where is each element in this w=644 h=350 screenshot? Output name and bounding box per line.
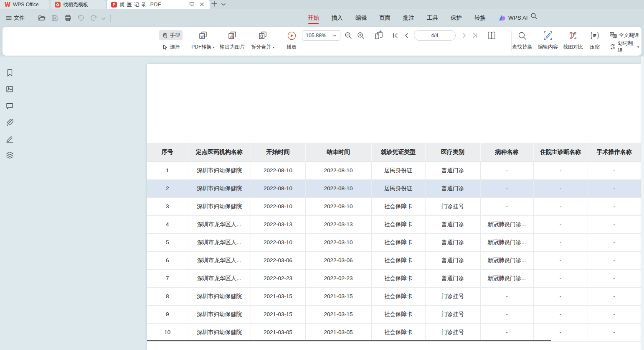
read-mode-icon[interactable] [485, 29, 498, 42]
open-file-icon[interactable] [37, 13, 47, 23]
table-cell: 深圳市龙华区人... [188, 215, 251, 233]
export-image-button[interactable]: 输出为图片 [218, 30, 247, 51]
save-icon[interactable] [50, 13, 60, 23]
find-replace-button[interactable]: 查找替换 [509, 30, 535, 51]
table-cell: 社会保障卡 [371, 215, 425, 233]
table-cell: 社会保障卡 [371, 197, 425, 215]
layers-icon[interactable] [5, 151, 14, 160]
document-tab-active[interactable]: P 就 医 记 录 .PDF [107, 0, 210, 9]
table-cell: 新冠肺炎门诊... [480, 215, 533, 233]
table-cell: 2021-03-15 [305, 287, 371, 305]
table-header-cell: 医疗类别 [425, 143, 480, 161]
table-cell: - [533, 287, 588, 305]
menu-tab-7[interactable]: 转换 [474, 12, 486, 24]
previous-page-icon[interactable] [401, 30, 412, 41]
new-tab-button[interactable] [211, 1, 217, 8]
table-cell: 普通门诊 [425, 233, 480, 251]
compress-button[interactable]: 压缩 [584, 30, 606, 51]
word-translate-button[interactable]: xA 划词翻译 ▾ [607, 42, 641, 52]
table-header-row: 序号定点医药机构名称开始时间结束时间就诊凭证类型医疗类别病种名称住院主诊断名称手… [147, 143, 641, 161]
split-merge-button[interactable]: 拆分合并 ▾ [248, 30, 277, 51]
hand-tool-button[interactable]: 手型 [159, 30, 183, 40]
tab-label: 找稻壳模板 [63, 1, 88, 8]
table-cell: 2022-03-06 [305, 251, 371, 269]
undo-history-chevron-icon[interactable] [101, 14, 106, 22]
thumbnails-icon[interactable] [5, 84, 14, 94]
table-cell: 2022-08-10 [305, 179, 371, 197]
table-cell: 2022-08-10 [305, 161, 371, 179]
first-page-icon[interactable] [390, 30, 401, 41]
next-page-icon[interactable] [459, 30, 469, 41]
undo-icon[interactable] [76, 13, 86, 23]
table-row: 3深圳市妇幼保健院2022-08-102022-08-10社会保障卡门诊挂号--… [147, 197, 641, 215]
play-button[interactable]: 播放 [278, 30, 305, 51]
table-row: 2深圳市妇幼保健院2022-08-102022-08-10居民身份证普通门诊--… [147, 179, 641, 197]
table-cell: 社会保障卡 [371, 323, 425, 341]
table-cell: 深圳市妇幼保健院 [188, 323, 251, 341]
close-tab-icon[interactable] [198, 2, 205, 8]
zoom-level-dropdown[interactable]: 105.88% [302, 30, 340, 41]
edit-content-icon [535, 30, 561, 41]
menu-tab-6[interactable]: 保护 [450, 12, 462, 24]
table-cell: 2021-03-05 [251, 323, 305, 341]
screenshot-compare-button[interactable]: 截图对比 [560, 30, 586, 51]
table-cell: 3 [147, 197, 188, 215]
table-cell: 社会保障卡 [371, 269, 425, 287]
table-cell: - [533, 197, 588, 215]
compress-icon [584, 30, 606, 41]
last-page-icon[interactable] [469, 30, 480, 41]
zoom-out-icon[interactable] [343, 30, 354, 41]
table-cell: 9 [147, 305, 188, 323]
table-cell: 2022-08-10 [251, 179, 305, 197]
table-cell: 2022-03-10 [251, 233, 305, 251]
pdf-convert-icon: W [188, 30, 218, 41]
search-icon[interactable] [530, 13, 538, 21]
table-cell: 深圳市龙华区人... [188, 251, 251, 269]
monitor-icon[interactable] [188, 1, 195, 8]
svg-text:W: W [200, 35, 204, 38]
redo-icon[interactable] [89, 13, 99, 23]
menu-tab-3[interactable]: 页面 [379, 12, 391, 24]
table-cell: 深圳市妇幼保健院 [188, 161, 251, 179]
edit-content-button[interactable]: 编辑内容 [535, 30, 561, 51]
menu-tab-2[interactable]: 编辑 [355, 12, 367, 24]
zoom-in-icon[interactable] [355, 30, 366, 41]
table-cell: 社会保障卡 [371, 287, 425, 305]
table-cell: 新冠肺炎门诊... [480, 269, 533, 287]
menu-tab-0[interactable]: 开始 [307, 12, 319, 24]
full-translate-button[interactable]: A 全文翻译 [607, 30, 641, 40]
pdf-page[interactable]: 序号定点医药机构名称开始时间结束时间就诊凭证类型医疗类别病种名称住院主诊断名称手… [147, 64, 641, 350]
page-indicator-input[interactable]: 4/4 [414, 30, 456, 41]
print-icon[interactable] [63, 13, 73, 23]
table-cell: - [533, 323, 588, 341]
file-menu-label: 文件 [14, 14, 25, 22]
table-cell: - [588, 251, 641, 269]
table-cell: 2 [147, 179, 188, 197]
table-cell: 社会保障卡 [371, 305, 425, 323]
wps-ai-button[interactable]: WPS AI [499, 9, 528, 26]
bookmark-icon[interactable] [5, 68, 14, 77]
document-canvas[interactable]: 序号定点医药机构名称开始时间结束时间就诊凭证类型医疗类别病种名称住院主诊断名称手… [19, 56, 644, 350]
app-tab-docer[interactable]: ✿ 找稻壳模板 [51, 0, 106, 9]
menu-tab-5[interactable]: 工具 [426, 12, 439, 24]
tab-list-chevron-icon[interactable] [221, 3, 226, 7]
table-row: 10深圳市妇幼保健院2021-03-052021-03-05社会保障卡门诊挂号-… [147, 323, 641, 341]
table-row: 1深圳市妇幼保健院2022-08-102022-08-10居民身份证普通门诊--… [147, 161, 641, 179]
wps-logo-icon [4, 2, 10, 8]
table-cell: - [480, 323, 533, 341]
menu-tab-1[interactable]: 插入 [331, 12, 343, 24]
comment-icon[interactable] [5, 101, 14, 110]
app-tab-wps-office[interactable]: WPS Office [0, 0, 49, 9]
rotate-pages-icon[interactable] [373, 29, 385, 42]
hand-icon [162, 32, 168, 38]
signature-icon[interactable] [5, 134, 14, 143]
export-image-icon [218, 30, 247, 41]
table-cell: - [480, 197, 533, 215]
file-menu-button[interactable]: 文件 [3, 13, 27, 23]
menu-tab-4[interactable]: 批注 [403, 12, 415, 24]
pdf-convert-button[interactable]: W PDF转换 ▾ [188, 30, 218, 51]
screenshot-compare-icon [560, 30, 586, 41]
attachment-icon[interactable] [5, 118, 14, 127]
vertical-scrollbar[interactable] [641, 56, 644, 350]
select-tool-button[interactable]: 选择 [159, 42, 183, 52]
